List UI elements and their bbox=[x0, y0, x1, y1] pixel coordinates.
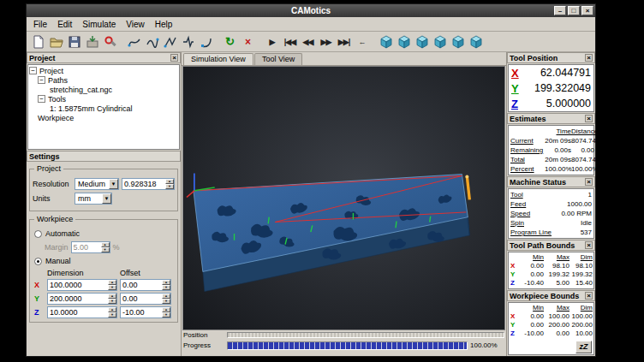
surface-tool-button[interactable] bbox=[197, 33, 215, 50]
collapse-icon[interactable]: − bbox=[38, 76, 45, 84]
view-left-button[interactable] bbox=[431, 33, 449, 50]
program-line-value: 537 bbox=[552, 228, 592, 237]
tree-item-label: Paths bbox=[48, 76, 68, 85]
menu-bar: File Edit Simulate View Help bbox=[27, 17, 595, 32]
tree-item-workpiece[interactable]: Workpiece bbox=[38, 113, 178, 122]
menu-file[interactable]: File bbox=[28, 19, 52, 30]
new-project-button[interactable] bbox=[29, 33, 47, 50]
export-button[interactable] bbox=[83, 33, 101, 50]
settings-panel-title: Settings bbox=[27, 151, 181, 162]
view-back-button[interactable] bbox=[413, 33, 431, 50]
tool-table-button[interactable] bbox=[101, 33, 119, 50]
play-button[interactable]: ▶ bbox=[263, 33, 281, 50]
chevron-down-icon[interactable]: ▼ bbox=[102, 193, 111, 204]
z-axis-label: Z bbox=[511, 98, 518, 110]
save-project-button[interactable] bbox=[65, 33, 83, 50]
spin-down-icon[interactable]: ▼ bbox=[162, 312, 170, 317]
stop-simulation-button[interactable]: × bbox=[239, 33, 257, 50]
project-panel-close-icon[interactable]: × bbox=[170, 54, 178, 62]
view-top-button[interactable] bbox=[467, 33, 485, 50]
resolution-select[interactable]: Medium ▼ bbox=[75, 178, 119, 190]
tree-item-label: Workpiece bbox=[38, 114, 74, 122]
z-dimension-stepper[interactable]: 10.0000▲▼ bbox=[47, 306, 117, 318]
maximize-button[interactable]: □ bbox=[568, 6, 580, 15]
3d-viewport[interactable] bbox=[182, 66, 505, 330]
probe-tool-button[interactable] bbox=[179, 33, 197, 50]
rewind-button[interactable]: ◀◀ bbox=[299, 33, 317, 50]
minimize-button[interactable]: – bbox=[554, 6, 566, 15]
dimension-header: Dimension bbox=[47, 269, 117, 277]
y-offset-stepper[interactable]: 0.00▲▼ bbox=[120, 293, 171, 305]
tree-item-paths[interactable]: − Paths bbox=[38, 75, 178, 85]
menu-help[interactable]: Help bbox=[150, 19, 178, 30]
title-bar[interactable]: CAMotics – □ × bbox=[27, 4, 595, 17]
spin-down-icon[interactable]: ▼ bbox=[162, 285, 170, 290]
step-back-button[interactable]: ← bbox=[353, 33, 371, 50]
tool-position-close-icon[interactable]: × bbox=[585, 54, 593, 62]
tab-tool-view[interactable]: Tool View bbox=[254, 53, 302, 65]
view-front-button[interactable] bbox=[395, 33, 413, 50]
collapse-icon[interactable]: − bbox=[29, 67, 37, 74]
go-to-start-button[interactable]: |◀◀ bbox=[281, 33, 299, 50]
tree-item-tools[interactable]: − Tools bbox=[38, 94, 178, 104]
tool-value: 1 bbox=[552, 190, 592, 199]
percent-label: Percent bbox=[510, 164, 545, 174]
y-axis-label: Y bbox=[510, 270, 519, 279]
y-dimension-stepper[interactable]: 200.0000▲▼ bbox=[47, 293, 117, 305]
z-axis-label: Z bbox=[510, 279, 519, 288]
close-button[interactable]: × bbox=[581, 6, 593, 15]
project-tree[interactable]: − Project − Paths stretching_cat.ngc − T… bbox=[27, 64, 180, 150]
y-position-value: 199.322049 bbox=[534, 82, 591, 94]
chevron-down-icon[interactable]: ▼ bbox=[109, 179, 118, 189]
x-offset-stepper[interactable]: 0.00▲▼ bbox=[120, 279, 171, 291]
z-axis-label: Z bbox=[34, 308, 45, 317]
view-right-button[interactable] bbox=[449, 33, 467, 50]
tree-item-file[interactable]: stretching_cat.ngc bbox=[50, 85, 178, 94]
x-dimension-stepper[interactable]: 100.0000▲▼ bbox=[47, 279, 117, 291]
go-to-end-button[interactable]: ▶▶| bbox=[335, 33, 353, 50]
spin-down-icon[interactable]: ▼ bbox=[108, 285, 116, 290]
spin-down-icon[interactable]: ▼ bbox=[108, 299, 116, 304]
view-top-icon bbox=[469, 35, 483, 49]
measure-tool-button[interactable] bbox=[125, 33, 143, 50]
margin-stepper: 5.00 ▲ ▼ bbox=[71, 241, 110, 253]
tree-item-tool1[interactable]: 1: 1.5875mm Cylindrical bbox=[50, 104, 178, 113]
menu-simulate[interactable]: Simulate bbox=[77, 19, 121, 30]
reload-simulation-button[interactable]: ↻ bbox=[221, 33, 239, 50]
dimension-offset-table: Dimension Offset X 100.0000▲▼ 0.00▲▼ Y 2… bbox=[34, 269, 175, 318]
zigzag-tool-button[interactable] bbox=[161, 33, 179, 50]
manual-radio[interactable] bbox=[34, 258, 42, 265]
resolution-number-stepper[interactable]: 0.928318 ▲ ▼ bbox=[122, 178, 175, 190]
z-offset-stepper[interactable]: -10.00▲▼ bbox=[120, 306, 171, 318]
play-icon: ▶ bbox=[270, 38, 275, 46]
estimates-panel-title: Estimates × bbox=[507, 113, 595, 124]
fast-forward-button[interactable]: ▶▶ bbox=[317, 33, 335, 50]
spin-down-icon[interactable]: ▼ bbox=[108, 312, 116, 317]
spin-down-icon[interactable]: ▼ bbox=[165, 184, 174, 189]
menu-edit[interactable]: Edit bbox=[52, 19, 77, 30]
remaining-time: 0.00s bbox=[545, 145, 571, 155]
tab-simulation-view[interactable]: Simulation View bbox=[183, 53, 253, 65]
y-axis-label: Y bbox=[34, 294, 45, 303]
position-slider[interactable] bbox=[227, 332, 504, 338]
open-project-button[interactable] bbox=[47, 33, 65, 50]
units-select[interactable]: mm ▼ bbox=[75, 193, 112, 205]
tool-position-z-row: Z 5.000000 bbox=[509, 96, 593, 111]
workpiece-bounds-close-icon[interactable]: × bbox=[585, 292, 593, 300]
spin-down-icon[interactable]: ▼ bbox=[162, 299, 170, 304]
menu-view[interactable]: View bbox=[121, 19, 150, 30]
automatic-radio[interactable] bbox=[34, 230, 42, 238]
estimates-panel: Time Distance Current 20m 09s 8074.74 Re… bbox=[508, 125, 594, 175]
sleep-indicator[interactable]: zZ bbox=[575, 341, 592, 353]
units-label: Units bbox=[33, 194, 72, 203]
x-axis-label: X bbox=[510, 262, 519, 270]
estimates-close-icon[interactable]: × bbox=[585, 115, 593, 122]
collapse-icon[interactable]: − bbox=[38, 95, 45, 103]
machine-status-close-icon[interactable]: × bbox=[585, 178, 593, 186]
tool-path-bounds-close-icon[interactable]: × bbox=[585, 241, 593, 249]
tree-item-project[interactable]: − Project bbox=[29, 66, 178, 75]
path-tool-button[interactable] bbox=[143, 33, 161, 50]
progress-bar bbox=[227, 341, 468, 350]
progress-label: Progress bbox=[183, 341, 224, 349]
view-isometric-button[interactable] bbox=[377, 33, 395, 50]
